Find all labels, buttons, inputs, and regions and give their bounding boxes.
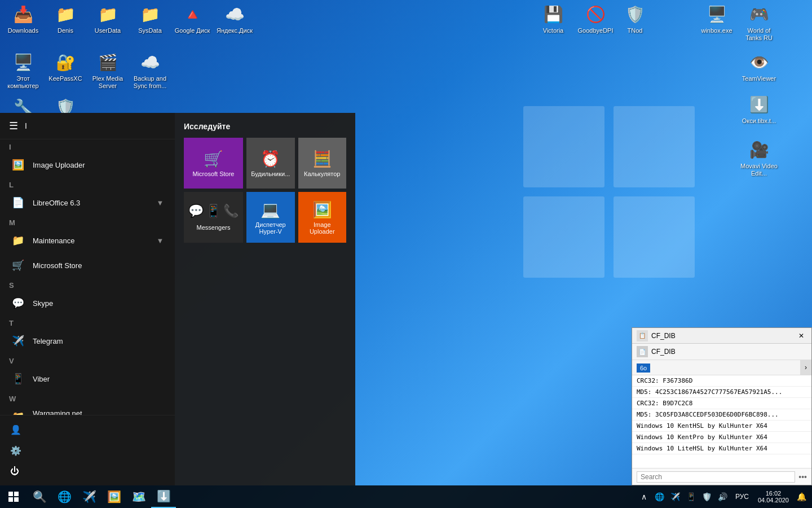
keepass-label: KeePassXC <box>48 75 82 82</box>
taskbar-network-icon[interactable]: 🌐 <box>652 485 668 508</box>
google-disk-icon: 🔺 <box>181 3 204 25</box>
libreoffice-expand[interactable]: ▼ <box>155 197 166 208</box>
taskbar: 🔍 🌐 ✈️ 🖼️ 🗺️ ⬇️ ∧ 🌐 ✈️ 📱 🛡️ 🔊 РУС 16:02 … <box>0 485 812 508</box>
ms-store-tile-label: Microsoft Store <box>193 170 235 177</box>
app-viber[interactable]: 📱 Viber <box>0 366 175 391</box>
svg-rect-4 <box>8 492 13 496</box>
taskbar-photos[interactable]: 🖼️ <box>102 485 126 508</box>
desktop-icon-backup[interactable]: ☁️ Backup and Sync from... <box>130 51 170 90</box>
wargaming-expand[interactable]: ▼ <box>155 411 166 415</box>
teamviewer-label: TeamViewer <box>742 75 776 82</box>
ditto-search-input[interactable] <box>637 471 795 483</box>
start-search-letter: I <box>25 121 27 130</box>
ditto-item-win10-hsl[interactable]: Windows 10 KentHSL by KulHunter X64 <box>632 421 811 432</box>
clock-tile-icon: ⏰ <box>261 150 280 168</box>
start-menu-left-panel: ☰ I I 🖼️ Image Uploader L 📄 LibreOffice … <box>0 113 175 485</box>
taskbar-viber-tray[interactable]: 📱 <box>683 485 699 508</box>
messengers-tile-label: Messengers <box>197 224 231 231</box>
app-ms-store[interactable]: 🛒 Microsoft Store <box>0 253 175 278</box>
taskbar-volume-icon[interactable]: 🔊 <box>715 485 731 508</box>
movavi-label: Movavi Video Edit... <box>739 163 779 177</box>
taskbar-qbittorrent[interactable]: ⬇️ <box>151 485 176 508</box>
app-ms-store-label: Microsoft Store <box>33 261 166 270</box>
app-wargaming-label: Wargaming.net <box>33 409 155 415</box>
app-skype[interactable]: 💬 Skype <box>0 291 175 316</box>
ditto-item-md5-1[interactable]: MD5: 4C253C1867A4527C777567EA57921A5... <box>632 387 811 398</box>
ditto-item-win10-lite[interactable]: Windows 10 LiteHSL by KulHunter X64 <box>632 443 811 454</box>
desktop-icon-keepass[interactable]: 🔐 KeePassXC <box>45 51 86 82</box>
desktop-icon-yandex-disk[interactable]: ☁️ Яндекс.Диск <box>214 3 255 34</box>
computer-label: Этот компьютер <box>3 75 43 90</box>
desktop-icon-movavi[interactable]: 🎥 Movavi Video Edit... <box>739 138 779 177</box>
desktop-icon-google-disk[interactable]: 🔺 Google Диск <box>172 3 213 34</box>
taskbar-language[interactable]: РУС <box>731 493 753 501</box>
desktop-icon-sysdata[interactable]: 📁 SysData <box>130 3 170 34</box>
taskbar-telegram[interactable]: ✈️ <box>77 485 102 508</box>
app-wargaming[interactable]: 📁 Wargaming.net Новые ▼ <box>0 404 175 415</box>
taskbar-maps[interactable]: 🗺️ <box>126 485 151 508</box>
app-libreoffice[interactable]: 📄 LibreOffice 6.3 ▼ <box>0 190 175 215</box>
tiles-grid: 🛒 Microsoft Store ⏰ Будильники... 🧮 Каль… <box>184 138 346 243</box>
tile-hyper-v[interactable]: 💻 Диспетчер Hyper-V <box>246 192 295 243</box>
tile-messengers[interactable]: 💬 📱 📞 Messengers <box>184 192 243 243</box>
taskbar-telegram-tray[interactable]: ✈️ <box>668 485 683 508</box>
tile-ms-store[interactable]: 🛒 Microsoft Store <box>184 138 243 189</box>
plex-label: Plex Media Server <box>87 75 128 90</box>
victoria-label: Victoria <box>543 27 563 34</box>
start-bottom-buttons: 👤 ⚙️ ⏻ <box>0 415 175 485</box>
ditto-title: CF_DIB <box>651 332 796 340</box>
taskbar-clock[interactable]: 16:02 04.04.2020 <box>753 485 793 508</box>
ditto-item-md5-2[interactable]: MD5: 3C05FD3A8CCEDF503DE6D0DF6BC898... <box>632 409 811 421</box>
settings-button[interactable]: ⚙️ <box>5 441 170 461</box>
ditto-content: CRC32: F367386D MD5: 4C253C1867A4527C777… <box>632 375 811 468</box>
app-skype-label: Skype <box>33 299 166 308</box>
ditto-item-crc32-2[interactable]: CRC32: B9D7C2C8 <box>632 398 811 409</box>
calc-tile-icon: 🧮 <box>312 150 332 168</box>
letter-t: T <box>0 316 175 329</box>
desktop-icon-plex[interactable]: 🎬 Plex Media Server <box>87 51 128 90</box>
desktop-icon-qbittorrent2[interactable]: ⬇️ Окси.tibx.t... <box>739 93 779 125</box>
desktop-icon-computer[interactable]: 🖥️ Этот компьютер <box>3 51 43 90</box>
taskbar-notifications[interactable]: 🔔 <box>793 485 809 508</box>
desktop-icon-victoria[interactable]: 💾 Victoria <box>533 3 573 34</box>
desktop-icon-teamviewer[interactable]: 👁️ TeamViewer <box>739 51 779 82</box>
power-button[interactable]: ⏻ <box>5 462 170 481</box>
desktop-icon-denis[interactable]: 📁 Denis <box>45 3 86 34</box>
teamviewer-icon: 👁️ <box>748 51 770 73</box>
taskbar-chrome[interactable]: 🌐 <box>52 485 77 508</box>
tile-calc[interactable]: 🧮 Калькулятор <box>298 138 347 189</box>
taskbar-time: 16:02 <box>766 490 782 497</box>
ditto-close-button[interactable]: ✕ <box>796 330 807 341</box>
desktop-icon-winbox[interactable]: 🖥️ winbox.exe <box>696 3 737 34</box>
ditto-item-crc32-1[interactable]: CRC32: F367386D <box>632 375 811 387</box>
hamburger-button[interactable]: ☰ <box>9 120 18 132</box>
ditto-expand-button[interactable]: › <box>800 360 811 375</box>
taskbar-hidden-icons[interactable]: ∧ <box>636 485 652 508</box>
svg-rect-6 <box>8 497 13 502</box>
svg-rect-7 <box>14 497 19 502</box>
ditto-more-button[interactable]: ••• <box>798 472 807 481</box>
ditto-number: 6о <box>637 364 650 373</box>
maintenance-icon: 📁 <box>9 231 27 249</box>
yandex-disk-label: Яндекс.Диск <box>217 27 253 34</box>
desktop-icon-downloads[interactable]: 📥 Downloads <box>3 3 43 34</box>
desktop-icon-world-tanks[interactable]: 🎮 World of Tanks RU <box>739 3 779 42</box>
desktop-icon-userdata[interactable]: 📁 UserData <box>87 3 128 34</box>
desktop-icon-tnod[interactable]: 🛡️ TNod <box>615 3 655 34</box>
desktop-icon-goodbyedpi[interactable]: 🚫 GoodbyeDPI <box>575 3 616 34</box>
apps-list: I 🖼️ Image Uploader L 📄 LibreOffice 6.3 … <box>0 139 175 415</box>
tile-clock[interactable]: ⏰ Будильники... <box>246 138 295 189</box>
app-telegram[interactable]: ✈️ Telegram <box>0 329 175 353</box>
user-account-button[interactable]: 👤 <box>5 420 170 440</box>
taskbar-search[interactable]: 🔍 <box>27 485 52 508</box>
plex-icon: 🎬 <box>96 51 119 73</box>
app-maintenance[interactable]: 📁 Maintenance ▼ <box>0 228 175 253</box>
ditto-item-win10-pro[interactable]: Windows 10 KentPro by KulHunter X64 <box>632 432 811 443</box>
app-image-uploader[interactable]: 🖼️ Image Uploader <box>0 152 175 177</box>
maintenance-expand[interactable]: ▼ <box>155 235 166 246</box>
taskbar-vpn-tray[interactable]: 🛡️ <box>699 485 715 508</box>
tile-image-uploader[interactable]: 🖼️ Image Uploader <box>298 192 347 243</box>
start-button[interactable] <box>0 485 27 508</box>
app-image-uploader-label: Image Uploader <box>33 161 166 169</box>
ditto-item-icon: 📄 <box>637 346 648 357</box>
